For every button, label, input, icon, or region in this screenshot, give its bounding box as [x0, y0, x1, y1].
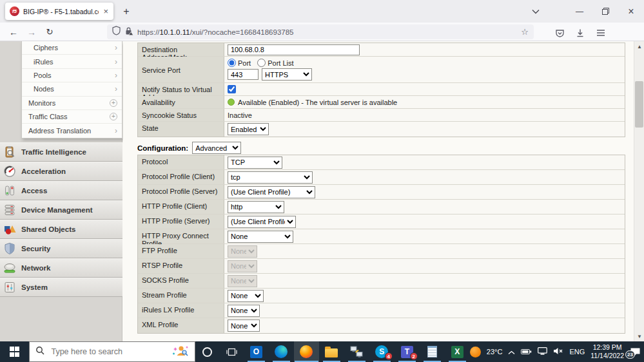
xml-profile-select[interactable]: None [228, 319, 260, 332]
action-center-button[interactable]: 23 [630, 347, 641, 357]
battery-icon[interactable] [521, 346, 532, 357]
window-minimize-button[interactable]: — [567, 0, 592, 23]
sidebar-item-pools[interactable]: Pools › [22, 69, 122, 82]
protocol-profile-client-select[interactable]: tcp [228, 171, 313, 184]
start-button[interactable] [0, 341, 29, 362]
taskbar-search-box[interactable] [29, 341, 195, 362]
field-label: XML Profile [138, 318, 224, 333]
url-bar[interactable]: https://10.1.0.11/xui/?nocache=166841869… [107, 24, 534, 39]
tab-close-icon[interactable]: × [102, 7, 109, 15]
port-radio-label[interactable]: Port [228, 59, 251, 67]
notepad-icon [427, 346, 437, 357]
configuration-row: Configuration: Advanced [137, 142, 241, 154]
window-restore-button[interactable] [592, 0, 618, 23]
cortana-button[interactable] [195, 341, 220, 362]
sidebar-item-nodes[interactable]: Nodes › [22, 82, 122, 96]
sidebar-item-shared-objects[interactable]: Shared Objects [0, 220, 122, 239]
search-highlights-icon[interactable] [171, 344, 189, 359]
taskbar-app-edge[interactable] [269, 341, 294, 362]
configuration-label: Configuration: [137, 144, 188, 152]
sidebar-item-label: Network [21, 264, 50, 272]
state-select[interactable]: Enabled [228, 123, 269, 135]
weather-temperature[interactable]: 23°C [487, 348, 503, 356]
reload-button[interactable]: ↻ [41, 24, 58, 39]
downloads-icon[interactable] [572, 26, 589, 39]
page-scrollbar[interactable]: ▲ ▼ [634, 41, 644, 341]
taskbar-app-excel[interactable]: X [445, 341, 470, 362]
network-icon[interactable] [538, 346, 547, 357]
scrollbar-thumb[interactable] [635, 81, 643, 128]
menu-hamburger-icon[interactable] [592, 26, 609, 39]
sidebar-item-acceleration[interactable]: Acceleration [0, 162, 122, 181]
sidebar-item-label: Address Translation [28, 127, 91, 135]
port-name-select[interactable]: HTTPS [262, 68, 312, 81]
protocol-profile-server-select[interactable]: (Use Client Profile) [228, 186, 315, 198]
sidebar-item-device-management[interactable]: Device Management [0, 200, 122, 220]
ftp-profile-select: None [228, 245, 257, 258]
field-label: Syncookie Status [138, 109, 224, 121]
tab-list-chevron-icon[interactable] [524, 0, 547, 23]
unread-count-badge: 2 [410, 352, 418, 360]
irules-lx-profile-select[interactable]: None [228, 305, 260, 317]
chevron-right-icon: › [115, 84, 117, 93]
stream-profile-select[interactable]: None [228, 290, 264, 302]
lock-warning-icon[interactable] [124, 26, 133, 38]
sidebar-item-label: Acceleration [21, 167, 66, 175]
taskbar-clock[interactable]: 12:39 PM 11/14/2022 [590, 343, 624, 360]
url-text[interactable]: https://10.1.0.11/xui/?nocache=166841869… [137, 28, 517, 36]
new-tab-button[interactable]: + [119, 4, 134, 19]
expand-plus-icon[interactable]: + [110, 113, 117, 120]
sidebar-item-network[interactable]: Network [0, 258, 122, 278]
sidebar-item-monitors[interactable]: Monitors + [22, 97, 122, 110]
pocket-icon[interactable] [551, 26, 568, 39]
weather-sun-icon[interactable] [470, 347, 481, 357]
taskbar-app-remote-desktop[interactable] [344, 341, 369, 362]
back-button[interactable]: ← [5, 24, 22, 39]
profile-row-protocol: Protocol TCP [138, 155, 625, 170]
notification-count-badge: 23 [625, 350, 635, 359]
tray-chevron-up-icon[interactable] [508, 346, 515, 357]
bookmark-star-icon[interactable]: ☆ [521, 27, 529, 37]
port-radio[interactable] [228, 59, 236, 67]
forward-button[interactable]: → [23, 24, 40, 39]
general-properties-table: Destination Address/Mask Service Port Po… [137, 43, 625, 137]
taskbar-app-teams[interactable]: T 2 [395, 341, 420, 362]
browser-tab[interactable]: f5 BIG-IP® - F5-1.tabadul.com (10 × [5, 3, 113, 20]
http-profile-server-select[interactable]: (Use Client Profile) [228, 216, 296, 228]
destination-address-input[interactable] [228, 44, 360, 55]
shield-icon[interactable] [112, 26, 121, 38]
notify-status-checkbox[interactable] [228, 85, 236, 93]
configuration-select[interactable]: Advanced [192, 142, 241, 154]
service-port-input[interactable] [228, 69, 259, 80]
port-list-radio-label[interactable]: Port List [257, 59, 293, 67]
taskbar-app-skype[interactable]: S 4 [369, 341, 395, 362]
field-label: Protocol Profile (Server) [138, 185, 224, 199]
expand-plus-icon[interactable]: + [110, 99, 117, 107]
sidebar-item-access[interactable]: Access [0, 181, 122, 200]
window-close-button[interactable]: × [618, 0, 644, 23]
scroll-down-arrow[interactable]: ▼ [634, 331, 644, 341]
sidebar-item-address-translation[interactable]: Address Translation › [22, 124, 122, 137]
search-input[interactable] [50, 347, 166, 357]
sidebar-item-traffic-intelligence[interactable]: Traffic Intelligence [0, 142, 122, 162]
language-indicator[interactable]: ENG [569, 348, 585, 356]
sidebar-item-traffic-class[interactable]: Traffic Class + [22, 110, 122, 124]
http-proxy-connect-profile-select[interactable]: None [228, 231, 293, 243]
taskbar-app-notepad[interactable] [420, 341, 445, 362]
sidebar-item-ciphers[interactable]: Ciphers › [22, 41, 122, 55]
port-list-radio[interactable] [257, 59, 266, 67]
sidebar-item-label: Nodes [34, 85, 54, 93]
taskbar-app-outlook[interactable]: O [244, 341, 269, 362]
task-view-button[interactable] [219, 341, 244, 362]
profile-row-protocol-profile-server: Protocol Profile (Server) (Use Client Pr… [138, 185, 625, 200]
firefox-icon [300, 345, 313, 358]
sidebar-item-irules[interactable]: iRules › [22, 55, 122, 68]
sidebar-item-security[interactable]: Security [0, 239, 122, 258]
speaker-muted-icon[interactable] [553, 346, 563, 357]
http-profile-client-select[interactable]: http [228, 201, 284, 213]
taskbar-app-firefox[interactable] [294, 341, 319, 362]
protocol-select[interactable]: TCP [228, 157, 282, 169]
taskbar-app-file-explorer[interactable] [319, 341, 344, 362]
scroll-up-arrow[interactable]: ▲ [634, 41, 644, 52]
sidebar-item-system[interactable]: System [0, 278, 122, 297]
